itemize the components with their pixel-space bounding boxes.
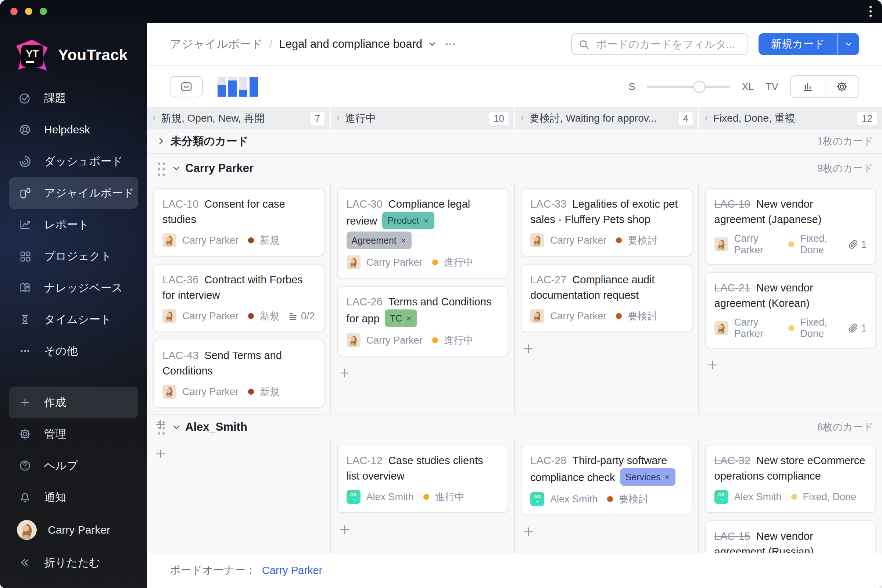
card-id: LAC-33 — [530, 198, 566, 210]
new-card-button[interactable]: 新規カード — [759, 33, 837, 55]
board-cell: LAC-30Compliance legal review Product Ag… — [331, 183, 515, 414]
new-card-dropdown-button[interactable] — [838, 33, 859, 55]
create-button[interactable]: 作成 — [9, 387, 138, 418]
card-lac-28[interactable]: LAC-28Third-party software compliance ch… — [521, 445, 692, 515]
bell-icon — [17, 489, 33, 506]
sidebar-user-profile[interactable]: Carry Parker — [9, 513, 138, 547]
kebab-menu-icon[interactable] — [870, 6, 872, 17]
add-card-button[interactable] — [153, 445, 168, 464]
remove-tag-icon[interactable] — [406, 315, 412, 322]
card-lac-36[interactable]: LAC-36Contract with Forbes for interview… — [153, 264, 324, 332]
sidebar-item-more[interactable]: その他 — [9, 335, 138, 367]
sidebar-item-knowledge-base[interactable]: ナレッジベース — [9, 272, 138, 303]
add-card-button[interactable] — [337, 364, 352, 383]
assignee-name: Alex Smith — [550, 494, 597, 505]
chart-view-button[interactable] — [791, 76, 825, 98]
card-lac-30[interactable]: LAC-30Compliance legal review Product Ag… — [337, 188, 508, 279]
card-lac-26[interactable]: LAC-26Terms and Conditions for app TC Ca… — [337, 286, 508, 357]
collapse-column-icon[interactable] — [335, 115, 342, 122]
assignee-name: Alex Smith — [366, 491, 414, 503]
sidebar-item-projects[interactable]: プロジェクト — [9, 240, 138, 272]
add-card-button[interactable] — [705, 356, 720, 375]
youtrack-logo-icon: YT — [16, 39, 50, 71]
board-footer: ボードオーナー： Carry Parker — [147, 553, 882, 588]
breadcrumb-agile-boards[interactable]: アジャイルボード — [170, 36, 263, 52]
tv-mode-button[interactable]: TV — [765, 81, 778, 93]
add-card-button[interactable] — [337, 520, 352, 540]
card-size-min-label: S — [628, 81, 635, 93]
tag-services[interactable]: Services — [620, 468, 676, 486]
board-cell — [147, 440, 331, 553]
card-id: LAC-26 — [346, 296, 382, 308]
card-lac-27[interactable]: LAC-27Compliance audit documentation req… — [521, 264, 692, 332]
plus-icon — [17, 394, 33, 411]
status-dot — [788, 325, 794, 331]
board-cell: LAC-32New store eCommerce operations com… — [699, 440, 882, 553]
card-lac-10[interactable]: LAC-10Consent for case studies Carry Par… — [153, 188, 324, 256]
card-lac-12[interactable]: LAC-12Case studies clients list overview… — [337, 445, 508, 513]
filter-cards-input[interactable] — [571, 33, 748, 55]
zoom-window-button[interactable] — [40, 8, 47, 15]
close-window-button[interactable] — [10, 8, 18, 15]
book-icon — [17, 280, 33, 296]
sidebar-item-agile-boards[interactable]: アジャイルボード — [9, 177, 138, 209]
sidebar-item-administration[interactable]: 管理 — [9, 418, 138, 450]
collapse-sidebar-button[interactable]: 折りたたむ — [9, 547, 138, 579]
add-card-button[interactable] — [521, 340, 536, 359]
drag-handle-icon[interactable] — [156, 419, 165, 435]
board-cell: LAC-33Legalities of exotic pet sales - F… — [515, 183, 699, 414]
swimlane-view-button[interactable] — [170, 76, 203, 98]
status-label: 進行中 — [435, 490, 465, 504]
sidebar-item-dashboards[interactable]: ダッシュボード — [9, 146, 138, 177]
board-owner-link[interactable]: Carry Parker — [262, 564, 322, 577]
sidebar-item-issues[interactable]: 課題 — [9, 82, 138, 114]
youtrack-logo[interactable]: YT YouTrack — [0, 29, 147, 82]
swimlane-header-alex-smith[interactable]: Alex_Smith 6枚のカード — [147, 414, 882, 440]
card-lac-33[interactable]: LAC-33Legalities of exotic pet sales - F… — [521, 188, 692, 256]
sidebar-item-help[interactable]: ヘルプ — [9, 450, 138, 482]
card-size-slider[interactable] — [647, 86, 730, 88]
status-label: 要検討 — [628, 234, 657, 247]
card-lac-15[interactable]: LAC-15New vendor agreement (Russian) スター — [705, 520, 876, 553]
tag-product[interactable]: Product — [382, 212, 434, 230]
board-more-menu-icon[interactable] — [446, 44, 455, 45]
drag-handle-icon[interactable] — [156, 160, 165, 176]
collapse-column-icon[interactable] — [151, 115, 158, 122]
swimlane-uncategorized[interactable]: 未分類のカード 1枚のカード — [147, 129, 882, 153]
tag-tc[interactable]: TC — [385, 309, 417, 327]
card-lac-32[interactable]: LAC-32New store eCommerce operations com… — [705, 445, 876, 513]
collapse-column-icon[interactable] — [519, 115, 526, 122]
double-chevron-left-icon — [17, 555, 33, 571]
page-title: Legal and compliance board — [279, 38, 422, 51]
remove-tag-icon[interactable] — [664, 474, 670, 480]
card-lac-21[interactable]: LAC-21New vendor agreement (Korean) Carr… — [705, 272, 876, 348]
slider-thumb[interactable] — [693, 81, 705, 93]
card-lac-43[interactable]: LAC-43Send Terms and Conditions Carry Pa… — [153, 340, 324, 408]
assignee-avatar — [346, 333, 360, 347]
tag-agreement[interactable]: Agreement — [346, 231, 412, 249]
swimlane-header-carry-parker[interactable]: Carry Parker 9枚のカード — [147, 153, 882, 183]
board-title-dropdown[interactable]: Legal and compliance board — [279, 38, 437, 51]
sidebar-item-helpdesk[interactable]: Helpdesk — [9, 114, 138, 146]
board-settings-button[interactable] — [825, 76, 858, 98]
card-lac-19[interactable]: LAC-19New vendor agreement (Japanese) Ca… — [705, 188, 876, 265]
remove-tag-icon[interactable] — [400, 237, 406, 244]
sidebar-item-timesheets[interactable]: タイムシート — [9, 303, 138, 335]
add-card-button[interactable] — [521, 523, 536, 542]
board-header: アジャイルボード / Legal and compliance board 新規… — [147, 23, 882, 66]
column-header-fixed[interactable]: Fixed, Done, 重複 12 — [699, 107, 882, 129]
collapse-column-icon[interactable] — [703, 115, 710, 122]
agile-board-icon — [17, 185, 33, 201]
board-cell: LAC-10Consent for case studies Carry Par… — [147, 183, 331, 414]
column-header-new[interactable]: 新規, Open, New, 再開 7 — [147, 107, 330, 129]
status-dot — [248, 389, 254, 395]
sidebar-item-reports[interactable]: レポート — [9, 209, 138, 240]
sidebar-item-notifications[interactable]: 通知 — [9, 482, 138, 513]
column-header-review[interactable]: 要検討, Waiting for approv... 4 — [515, 107, 698, 129]
assignee-avatar — [530, 309, 544, 323]
minimize-window-button[interactable] — [25, 8, 32, 15]
remove-tag-icon[interactable] — [423, 218, 429, 224]
column-header-in-progress[interactable]: 進行中 10 — [331, 107, 514, 129]
grid-icon — [17, 248, 33, 264]
swimlane-body-carry-parker: LAC-10Consent for case studies Carry Par… — [147, 183, 882, 414]
